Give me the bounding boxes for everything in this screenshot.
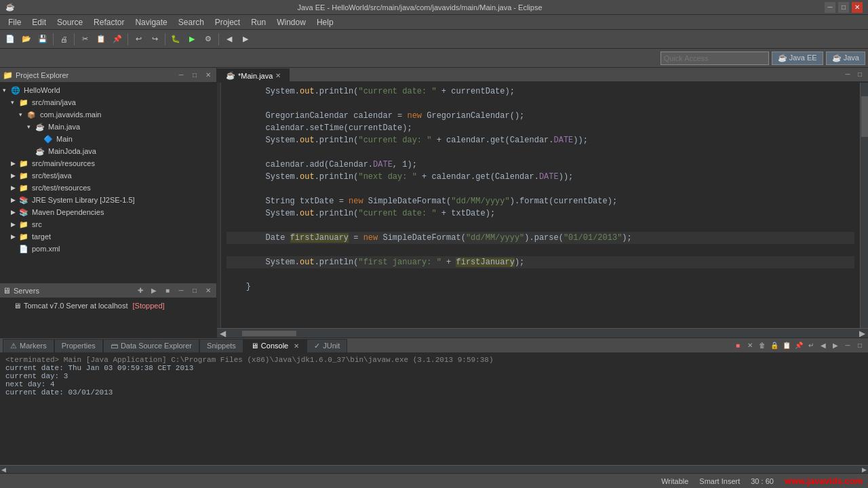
- console-scroll-lock[interactable]: 🔒: [769, 340, 780, 351]
- project-explorer-maximize[interactable]: □: [189, 70, 200, 81]
- tomcat-server-item[interactable]: 🖥 Tomcat v7.0 Server at localhost [Stopp…: [0, 300, 216, 312]
- hscroll-right[interactable]: ▶: [859, 329, 865, 338]
- servers-tree[interactable]: 🖥 Tomcat v7.0 Server at localhost [Stopp…: [0, 298, 216, 338]
- tree-jre[interactable]: ▶ 📚 JRE System Library [J2SE-1.5]: [0, 194, 216, 206]
- menu-navigate[interactable]: Navigate: [130, 16, 172, 28]
- tree-package[interactable]: ▾ 📦 com.javavids.main: [0, 108, 216, 121]
- toolbar-paste[interactable]: 📌: [110, 32, 125, 47]
- console-close-stream[interactable]: ✕: [745, 340, 755, 351]
- tree-mainjodajava[interactable]: ☕ MainJoda.java: [0, 145, 216, 157]
- toolbar-save[interactable]: 💾: [35, 32, 50, 47]
- console-hscrollbar[interactable]: ◀ ▶: [0, 465, 868, 473]
- console-word-wrap[interactable]: ↵: [806, 340, 816, 351]
- toolbar-redo[interactable]: ↪: [147, 32, 162, 47]
- editor-minimize[interactable]: ─: [842, 69, 853, 80]
- console-tab-close[interactable]: ✕: [294, 342, 299, 350]
- markers-icon: ⚠: [10, 342, 17, 350]
- hscroll-thumb[interactable]: [242, 331, 296, 336]
- tab-label: *Main.java: [238, 72, 273, 80]
- toolbar-cut[interactable]: ✂: [77, 32, 92, 47]
- project-explorer-minimize[interactable]: ─: [176, 70, 186, 81]
- console-content[interactable]: <terminated> Main [Java Application] C:\…: [0, 353, 868, 465]
- project-explorer-close[interactable]: ✕: [203, 70, 214, 81]
- console-clear[interactable]: 🗑: [757, 340, 768, 351]
- console-hscroll-right[interactable]: ▶: [862, 466, 867, 473]
- toolbar-debug[interactable]: 🐛: [168, 32, 183, 47]
- minimize-button[interactable]: ─: [825, 2, 835, 13]
- menu-source[interactable]: Source: [52, 16, 88, 28]
- java-perspective-btn[interactable]: ☕ Java: [826, 52, 865, 65]
- toolbar-undo[interactable]: ↩: [131, 32, 146, 47]
- console-new[interactable]: 📋: [781, 340, 792, 351]
- console-pin[interactable]: 📌: [793, 340, 804, 351]
- console-maximize[interactable]: □: [854, 340, 865, 351]
- datasource-label: Data Source Explorer: [121, 342, 192, 350]
- menu-refactor[interactable]: Refactor: [88, 16, 130, 28]
- menu-window[interactable]: Window: [271, 16, 311, 28]
- editor-vscrollbar-thumb[interactable]: [861, 96, 868, 137]
- toolbar-copy[interactable]: 📋: [94, 32, 108, 47]
- tree-src[interactable]: ▶ 📁 src: [0, 218, 216, 230]
- server-icon: 🖥: [14, 302, 21, 310]
- tab-close[interactable]: ✕: [275, 72, 281, 79]
- tree-pom[interactable]: 📄 pom.xml: [0, 243, 216, 255]
- menu-project[interactable]: Project: [210, 16, 245, 28]
- title-controls[interactable]: ─ □ ✕: [825, 2, 863, 13]
- java-ee-perspective-btn[interactable]: ☕ Java EE: [772, 52, 823, 65]
- left-panel: 📁 Project Explorer ─ □ ✕ ▾ 🌐 HelloWorld: [0, 68, 217, 338]
- hscroll-left[interactable]: ◀: [220, 329, 226, 338]
- code-content[interactable]: System.out.println("current date: " + cu…: [221, 83, 860, 328]
- project-explorer: 📁 Project Explorer ─ □ ✕ ▾ 🌐 HelloWorld: [0, 68, 216, 283]
- editor-vscrollbar[interactable]: [860, 83, 868, 328]
- menu-help[interactable]: Help: [311, 16, 339, 28]
- tab-snippets[interactable]: Snippets: [199, 339, 243, 352]
- tree-main-class[interactable]: 🔷 Main: [0, 133, 216, 145]
- tree-src-main-java[interactable]: ▾ 📁 src/main/java: [0, 96, 216, 108]
- tree-src-test-java[interactable]: ▶ 📁 src/test/java: [0, 169, 216, 182]
- editor-maximize[interactable]: □: [854, 69, 865, 80]
- toolbar-run2[interactable]: ⚙: [201, 32, 216, 47]
- servers-minimize[interactable]: ─: [176, 285, 186, 296]
- toolbar-prev[interactable]: ◀: [222, 32, 237, 47]
- menu-run[interactable]: Run: [245, 16, 271, 28]
- main-java-tab[interactable]: ☕ *Main.java ✕: [217, 68, 290, 82]
- toolbar-print[interactable]: 🖨: [56, 32, 71, 47]
- tree-src-main-resources[interactable]: ▶ 📁 src/main/resources: [0, 157, 216, 169]
- toolbar-next[interactable]: ▶: [238, 32, 253, 47]
- tab-console[interactable]: 🖥 Console ✕: [243, 339, 307, 352]
- servers-start[interactable]: ▶: [149, 285, 159, 296]
- tree-maven[interactable]: ▶ 📚 Maven Dependencies: [0, 206, 216, 218]
- console-minimize[interactable]: ─: [842, 340, 853, 351]
- maximize-button[interactable]: □: [838, 2, 849, 13]
- tab-markers[interactable]: ⚠ Markers: [3, 339, 54, 352]
- code-editor[interactable]: System.out.println("current date: " + cu…: [217, 83, 868, 328]
- servers-close[interactable]: ✕: [203, 285, 214, 296]
- tree-helloworld[interactable]: ▾ 🌐 HelloWorld: [0, 84, 216, 96]
- tab-datasource[interactable]: 🗃 Data Source Explorer: [103, 339, 199, 352]
- servers-stop[interactable]: ■: [162, 285, 173, 296]
- toolbar-open[interactable]: 📂: [19, 32, 34, 47]
- console-next[interactable]: ▶: [830, 340, 841, 351]
- hscroll-track[interactable]: [229, 331, 856, 336]
- console-hscroll-left[interactable]: ◀: [1, 466, 6, 473]
- tab-properties[interactable]: Properties: [54, 339, 103, 352]
- toolbar-run[interactable]: ▶: [184, 32, 199, 47]
- close-button[interactable]: ✕: [852, 2, 863, 13]
- tree-src-test-resources[interactable]: ▶ 📁 src/test/resources: [0, 182, 216, 194]
- menu-search[interactable]: Search: [173, 16, 210, 28]
- bottom-panel: ⚠ Markers Properties 🗃 Data Source Explo…: [0, 338, 868, 473]
- servers-maximize[interactable]: □: [189, 285, 200, 296]
- console-terminate[interactable]: ■: [732, 340, 743, 351]
- toolbar-new[interactable]: 📄: [3, 32, 18, 47]
- editor-hscrollbar[interactable]: ◀ ▶: [217, 328, 868, 338]
- tree-mainjava[interactable]: ▾ ☕ Main.java: [0, 121, 216, 133]
- quick-access-input[interactable]: [660, 52, 769, 65]
- menu-edit[interactable]: Edit: [26, 16, 52, 28]
- console-prev[interactable]: ◀: [818, 340, 829, 351]
- servers-new[interactable]: ✚: [135, 285, 146, 296]
- console-hscroll-track[interactable]: [7, 468, 861, 472]
- tab-junit[interactable]: ✓ JUnit: [307, 339, 347, 352]
- tree-target[interactable]: ▶ 📁 target: [0, 230, 216, 243]
- menu-file[interactable]: File: [3, 16, 26, 28]
- project-tree[interactable]: ▾ 🌐 HelloWorld ▾ 📁 src/main/java ▾ 📦: [0, 83, 216, 283]
